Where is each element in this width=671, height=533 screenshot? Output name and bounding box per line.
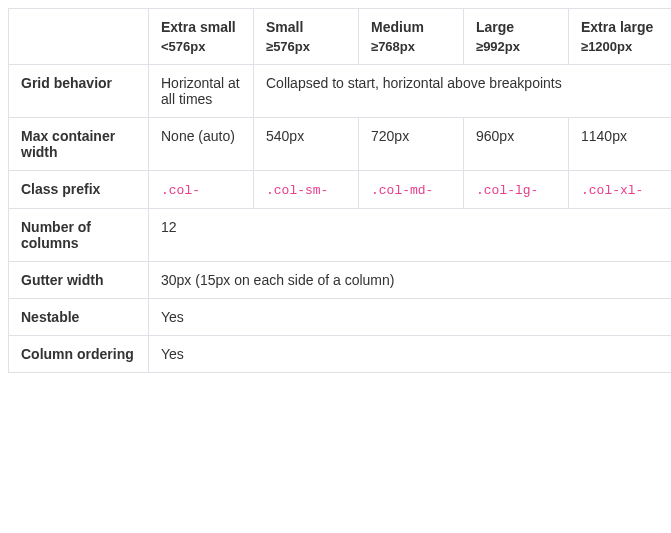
header-sub: ≥1200px [581, 39, 661, 54]
grid-options-table: Extra small <576px Small ≥576px Medium ≥… [8, 8, 671, 373]
table-row: Class prefix .col- .col-sm- .col-md- .co… [9, 171, 672, 209]
header-title: Small [266, 19, 303, 35]
cell-max-width-xs: None (auto) [149, 118, 254, 171]
cell-nestable: Yes [149, 299, 672, 336]
header-sub: <576px [161, 39, 241, 54]
header-sm: Small ≥576px [254, 9, 359, 65]
table-row: Max container width None (auto) 540px 72… [9, 118, 672, 171]
cell-class-prefix-md: .col-md- [359, 171, 464, 209]
cell-max-width-md: 720px [359, 118, 464, 171]
code-prefix-sm: .col-sm- [266, 183, 328, 198]
table-header-row: Extra small <576px Small ≥576px Medium ≥… [9, 9, 672, 65]
header-md: Medium ≥768px [359, 9, 464, 65]
header-xs: Extra small <576px [149, 9, 254, 65]
row-label-grid-behavior: Grid behavior [9, 65, 149, 118]
row-label-nestable: Nestable [9, 299, 149, 336]
header-sub: ≥768px [371, 39, 451, 54]
cell-grid-behavior-rest: Collapsed to start, horizontal above bre… [254, 65, 672, 118]
cell-column-ordering: Yes [149, 336, 672, 373]
header-title: Medium [371, 19, 424, 35]
header-xl: Extra large ≥1200px [569, 9, 672, 65]
code-prefix-lg: .col-lg- [476, 183, 538, 198]
header-title: Extra large [581, 19, 653, 35]
code-prefix-md: .col-md- [371, 183, 433, 198]
row-label-num-columns: Number of columns [9, 209, 149, 262]
cell-max-width-xl: 1140px [569, 118, 672, 171]
row-label-gutter-width: Gutter width [9, 262, 149, 299]
row-label-column-ordering: Column ordering [9, 336, 149, 373]
header-blank [9, 9, 149, 65]
cell-gutter-width: 30px (15px on each side of a column) [149, 262, 672, 299]
cell-max-width-lg: 960px [464, 118, 569, 171]
table-row: Nestable Yes [9, 299, 672, 336]
header-sub: ≥992px [476, 39, 556, 54]
cell-class-prefix-lg: .col-lg- [464, 171, 569, 209]
code-prefix-xl: .col-xl- [581, 183, 643, 198]
row-label-class-prefix: Class prefix [9, 171, 149, 209]
header-lg: Large ≥992px [464, 9, 569, 65]
row-label-max-width: Max container width [9, 118, 149, 171]
cell-grid-behavior-xs: Horizontal at all times [149, 65, 254, 118]
table-row: Number of columns 12 [9, 209, 672, 262]
header-title: Extra small [161, 19, 236, 35]
code-prefix-xs: .col- [161, 183, 200, 198]
table-row: Gutter width 30px (15px on each side of … [9, 262, 672, 299]
header-title: Large [476, 19, 514, 35]
cell-num-columns: 12 [149, 209, 672, 262]
cell-class-prefix-xl: .col-xl- [569, 171, 672, 209]
header-sub: ≥576px [266, 39, 346, 54]
cell-class-prefix-xs: .col- [149, 171, 254, 209]
table-row: Column ordering Yes [9, 336, 672, 373]
cell-max-width-sm: 540px [254, 118, 359, 171]
cell-class-prefix-sm: .col-sm- [254, 171, 359, 209]
table-row: Grid behavior Horizontal at all times Co… [9, 65, 672, 118]
